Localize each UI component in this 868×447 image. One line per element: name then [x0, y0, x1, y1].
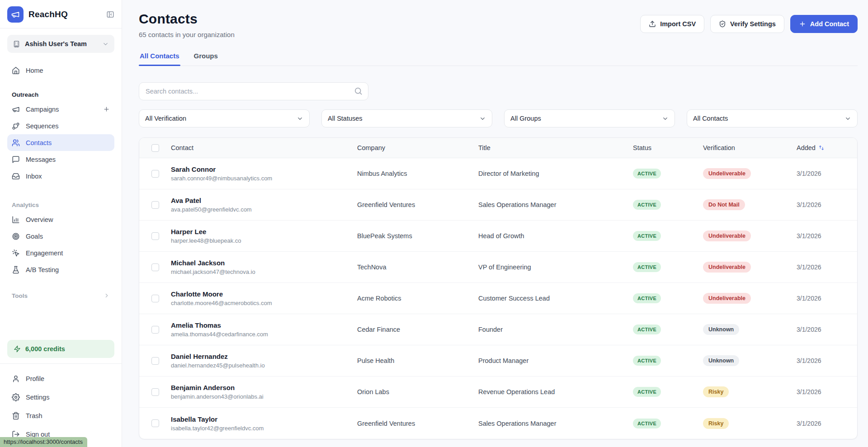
contact-email: charlotte.moore46@acmerobotics.com [171, 300, 357, 306]
sidebar-footer-nav: Profile Settings Trash Sign out [7, 369, 114, 443]
contact-email: amelia.thomas44@cedarfinance.com [171, 331, 357, 338]
row-checkbox[interactable] [151, 326, 159, 334]
sidebar-item-a-b-testing[interactable]: A/B Testing [7, 261, 114, 278]
team-name: Ashish User's Team [25, 40, 87, 47]
filter-select-all-verification[interactable]: All Verification [139, 109, 310, 127]
sidebar-item-overview[interactable]: Overview [7, 211, 114, 228]
row-checkbox[interactable] [151, 295, 159, 302]
sidebar-item-home[interactable]: Home [7, 62, 114, 79]
contact-email: harper.lee48@bluepeak.co [171, 237, 357, 244]
sidebar-collapse-icon[interactable] [106, 10, 114, 19]
add-contact-button[interactable]: Add Contact [790, 15, 858, 33]
contact-email: isabella.taylor42@greenfieldvc.com [171, 425, 357, 432]
contact-company: BluePeak Systems [357, 232, 478, 240]
row-checkbox[interactable] [151, 170, 159, 178]
team-selector[interactable]: Ashish User's Team [7, 35, 114, 53]
contact-title: Customer Success Lead [478, 295, 633, 302]
tab-all-contacts[interactable]: All Contacts [139, 52, 180, 66]
sidebar-item-contacts[interactable]: Contacts [7, 134, 114, 151]
select-all-checkbox[interactable] [151, 144, 159, 152]
verification-badge: Unknown [703, 355, 739, 366]
verify-settings-button[interactable]: Verify Settings [710, 15, 784, 33]
filter-select-all-groups[interactable]: All Groups [504, 109, 675, 127]
page-header: Contacts 65 contacts in your organizatio… [139, 11, 858, 38]
filter-select-all-statuses[interactable]: All Statuses [321, 109, 492, 127]
row-checkbox[interactable] [151, 232, 159, 240]
credits-badge[interactable]: 6,000 credits [7, 340, 114, 358]
shield-check-icon [719, 20, 726, 28]
status-badge: ACTIVE [633, 262, 661, 272]
section-label-analytics: Analytics [7, 200, 114, 210]
row-checkbox[interactable] [151, 201, 159, 209]
table-row[interactable]: Daniel Hernandez daniel.hernandez45@puls… [139, 345, 857, 376]
chevron-down-icon [297, 115, 303, 122]
sidebar-item-trash[interactable]: Trash [7, 406, 114, 425]
sidebar-item-inbox[interactable]: Inbox [7, 168, 114, 184]
section-label-outreach: Outreach [7, 89, 114, 99]
row-checkbox[interactable] [151, 263, 159, 271]
sidebar-item-goals[interactable]: Goals [7, 228, 114, 245]
status-badge: ACTIVE [633, 356, 661, 366]
page-subtitle: 65 contacts in your organization [139, 31, 235, 38]
contact-email: ava.patel50@greenfieldvc.com [171, 206, 357, 213]
table-body: Sarah Connor sarah.connor49@nimbusanalyt… [139, 158, 857, 439]
verification-badge: Do Not Mail [703, 199, 745, 210]
table-row[interactable]: Ava Patel ava.patel50@greenfieldvc.com G… [139, 189, 857, 221]
verification-badge: Undeliverable [703, 262, 751, 273]
upload-icon [649, 20, 656, 28]
sidebar-item-sequences[interactable]: Sequences [7, 118, 114, 134]
table-row[interactable]: Benjamin Anderson benjamin.anderson43@or… [139, 376, 857, 408]
sidebar-item-messages[interactable]: Messages [7, 151, 114, 168]
sidebar-item-profile[interactable]: Profile [7, 369, 114, 388]
filter-select-all-contacts[interactable]: All Contacts [687, 109, 858, 127]
plus-icon[interactable] [103, 106, 110, 113]
tab-bar: All ContactsGroups [139, 52, 858, 66]
contact-company: Acme Robotics [357, 295, 478, 302]
sort-icon[interactable] [818, 145, 825, 151]
link-preview-statusbar: https://localhost:3000/contacts [0, 437, 87, 447]
search-box [139, 82, 368, 100]
import-csv-button[interactable]: Import CSV [640, 15, 704, 33]
table-row[interactable]: Sarah Connor sarah.connor49@nimbusanalyt… [139, 158, 857, 189]
verification-badge: Undeliverable [703, 231, 751, 241]
contacts-table: ContactCompanyTitleStatusVerificationAdd… [139, 137, 858, 439]
column-header-company: Company [357, 144, 478, 151]
status-badge: ACTIVE [633, 293, 661, 303]
table-row[interactable]: Harper Lee harper.lee48@bluepeak.co Blue… [139, 221, 857, 252]
tools-label: Tools [12, 292, 28, 299]
main-content: Contacts 65 contacts in your organizatio… [122, 0, 868, 447]
divider [0, 28, 122, 28]
column-header-title: Title [478, 144, 633, 151]
target-icon [12, 232, 20, 240]
added-date: 3/1/2026 [797, 170, 857, 177]
sidebar-item-campaigns[interactable]: Campaigns [7, 101, 114, 118]
table-row[interactable]: Amelia Thomas amelia.thomas44@cedarfinan… [139, 314, 857, 345]
chevron-down-icon [844, 115, 851, 122]
zap-icon [14, 345, 21, 353]
contact-name: Charlotte Moore [171, 290, 357, 298]
contact-name: Benjamin Anderson [171, 384, 357, 391]
tab-groups[interactable]: Groups [193, 52, 219, 66]
sidebar-item-tools[interactable]: Tools [7, 289, 114, 302]
table-header-row: ContactCompanyTitleStatusVerificationAdd… [139, 138, 857, 158]
sidebar-item-settings[interactable]: Settings [7, 388, 114, 406]
contact-title: Revenue Operations Lead [478, 388, 633, 395]
chevron-down-icon [662, 115, 669, 122]
column-header-added[interactable]: Added [797, 144, 857, 151]
status-badge: ACTIVE [633, 387, 661, 397]
row-checkbox[interactable] [151, 388, 159, 396]
search-icon [354, 87, 363, 95]
verification-badge: Undeliverable [703, 293, 751, 304]
table-row[interactable]: Charlotte Moore charlotte.moore46@acmero… [139, 283, 857, 314]
table-row[interactable]: Isabella Taylor isabella.taylor42@greenf… [139, 408, 857, 439]
table-row[interactable]: Michael Jackson michael.jackson47@techno… [139, 252, 857, 283]
filter-bar: All VerificationAll StatusesAll GroupsAl… [139, 109, 858, 127]
user-icon [12, 375, 20, 383]
row-checkbox[interactable] [151, 357, 159, 365]
sidebar-item-engagement[interactable]: Engagement [7, 245, 114, 261]
row-checkbox[interactable] [151, 419, 159, 427]
search-input[interactable] [139, 82, 368, 100]
added-date: 3/1/2026 [797, 201, 857, 208]
contact-name: Michael Jackson [171, 259, 357, 267]
contact-name: Isabella Taylor [171, 415, 357, 423]
